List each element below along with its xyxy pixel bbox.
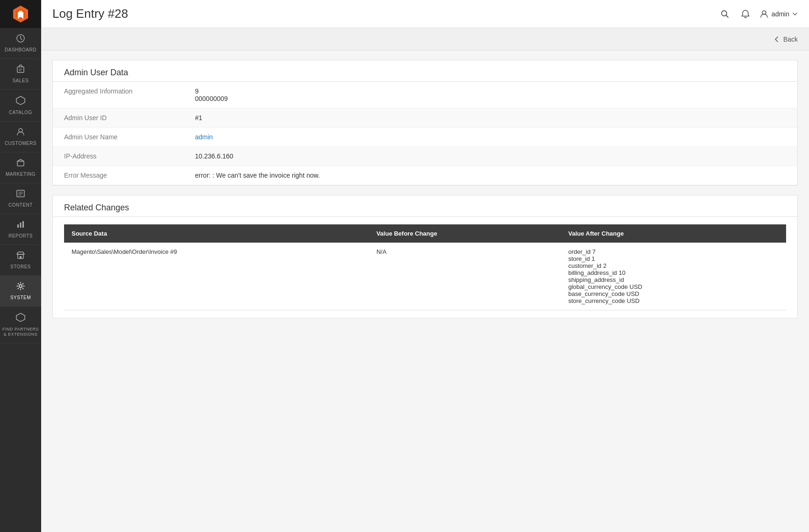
field-label-user-id: Admin User ID [53,108,184,128]
store-id-label: store_id [568,255,590,262]
global-currency-code-label: global_currency_code [568,283,628,290]
table-header-row: Source Data Value Before Change Value Af… [64,224,786,243]
order-id-label: order_id [568,248,591,255]
sidebar-item-system[interactable]: SYSTEM [0,276,41,307]
table-row: Magento\Sales\Model\Order\Invoice #9 N/A… [64,243,786,310]
related-changes-table: Source Data Value Before Change Value Af… [64,224,786,310]
marketing-icon [16,158,25,170]
sidebar-item-stores[interactable]: STORES [0,245,41,276]
dashboard-icon [16,34,25,45]
svg-rect-11 [22,221,24,228]
sidebar-item-reports[interactable]: REPORTS [0,214,41,245]
field-value-ip: 10.236.6.160 [184,147,797,166]
col-header-source: Source Data [64,224,369,243]
billing-address-id-value: 10 [619,269,625,276]
extensions-icon [15,312,26,325]
search-button[interactable] [718,7,731,21]
header: Log Entry #28 admin [41,0,809,28]
notifications-button[interactable] [739,7,752,21]
table-row: Admin User Name admin [53,128,797,147]
chevron-down-icon [792,11,798,17]
source-data-cell: Magento\Sales\Model\Order\Invoice #9 [64,243,369,310]
bell-icon [741,9,750,19]
global-currency-code-value: USD [629,283,642,290]
store-id-value: 1 [592,255,595,262]
store-currency-code-value: USD [627,297,639,304]
content-icon [16,189,25,201]
admin-user-data-section: Admin User Data Aggregated Information 9… [52,60,798,186]
field-value-error: error: : We can't save the invoice right… [184,166,797,185]
sidebar-item-stores-label: STORES [10,264,31,270]
main-panel: Log Entry #28 admin [41,0,809,532]
catalog-icon [15,95,26,108]
sidebar-item-content[interactable]: CONTENT [0,183,41,214]
sidebar-item-sales-label: SALES [13,78,29,84]
back-bar: Back [41,28,809,50]
sidebar-item-content-label: CONTENT [8,202,33,208]
billing-address-id-label: billing_address_id [568,269,617,276]
sidebar-logo [0,0,41,28]
sidebar: DASHBOARD SALES CATALOG CUSTOMERS MARKET… [0,0,41,532]
field-label-username: Admin User Name [53,128,184,147]
content-area: Back Admin User Data Aggregated Informat… [41,28,809,532]
sidebar-item-dashboard[interactable]: DASHBOARD [0,28,41,59]
sidebar-item-catalog[interactable]: CATALOG [0,90,41,122]
sidebar-item-sales[interactable]: SALES [0,59,41,90]
customers-icon [16,127,25,139]
store-currency-code-label: store_currency_code [568,297,625,304]
value-before-cell: N/A [369,243,561,310]
customer-id-value: 2 [603,262,607,269]
admin-username-link[interactable]: admin [195,133,213,141]
order-id-value: 7 [592,248,596,255]
sidebar-item-extensions[interactable]: FIND PARTNERS & EXTENSIONS [0,307,41,343]
sidebar-item-customers[interactable]: CUSTOMERS [0,122,41,152]
shipping-address-id-field: shipping_address_id [568,276,779,283]
billing-address-id-field: billing_address_id 10 [568,269,779,276]
sidebar-item-dashboard-label: DASHBOARD [5,47,36,53]
store-currency-code-field: store_currency_code USD [568,297,779,304]
table-row: Error Message error: : We can't save the… [53,166,797,185]
field-label-aggregated: Aggregated Information [53,82,184,108]
user-icon [759,9,769,19]
reports-icon [16,220,25,231]
header-actions: admin [718,7,798,21]
base-currency-code-label: base_currency_code [568,290,625,297]
svg-rect-5 [17,67,24,72]
sidebar-item-customers-label: CUSTOMERS [5,141,36,146]
field-value-user-id: #1 [184,108,797,128]
global-currency-code-field: global_currency_code USD [568,283,779,290]
table-row: Admin User ID #1 [53,108,797,128]
back-button-label: Back [783,36,798,43]
search-icon [720,9,730,19]
field-label-error: Error Message [53,166,184,185]
svg-marker-15 [16,313,25,322]
admin-user-data-title: Admin User Data [53,60,797,81]
col-header-before: Value Before Change [369,224,561,243]
back-button[interactable]: Back [773,36,798,43]
back-arrow-icon [773,36,780,43]
svg-point-14 [19,285,22,288]
sidebar-item-extensions-label: FIND PARTNERS & EXTENSIONS [2,327,39,337]
base-currency-code-value: USD [627,290,639,297]
admin-label: admin [772,10,789,18]
sidebar-item-marketing[interactable]: MARKETING [0,152,41,183]
shipping-address-id-label: shipping_address_id [568,276,624,283]
table-row: Aggregated Information 9 000000009 [53,82,797,108]
aggregated-line1: 9 [195,87,199,95]
stores-icon [16,251,25,262]
sales-icon [16,65,25,76]
customer-id-label: customer_id [568,262,601,269]
field-value-username: admin [184,128,797,147]
related-changes-title: Related Changes [53,195,797,216]
admin-menu[interactable]: admin [759,9,798,19]
changes-table-wrapper: Source Data Value Before Change Value Af… [64,224,786,310]
value-after-cell: order_id 7 store_id 1 customer_id 2 [561,243,786,310]
order-id-field: order_id 7 [568,248,779,255]
admin-user-data-table: Aggregated Information 9 000000009 Admin… [53,82,797,185]
section-divider-2 [53,216,797,217]
store-id-field: store_id 1 [568,255,779,262]
aggregated-line2: 000000009 [195,95,228,102]
sidebar-item-marketing-label: MARKETING [6,172,36,177]
field-value-aggregated: 9 000000009 [184,82,797,108]
system-icon [16,281,25,293]
